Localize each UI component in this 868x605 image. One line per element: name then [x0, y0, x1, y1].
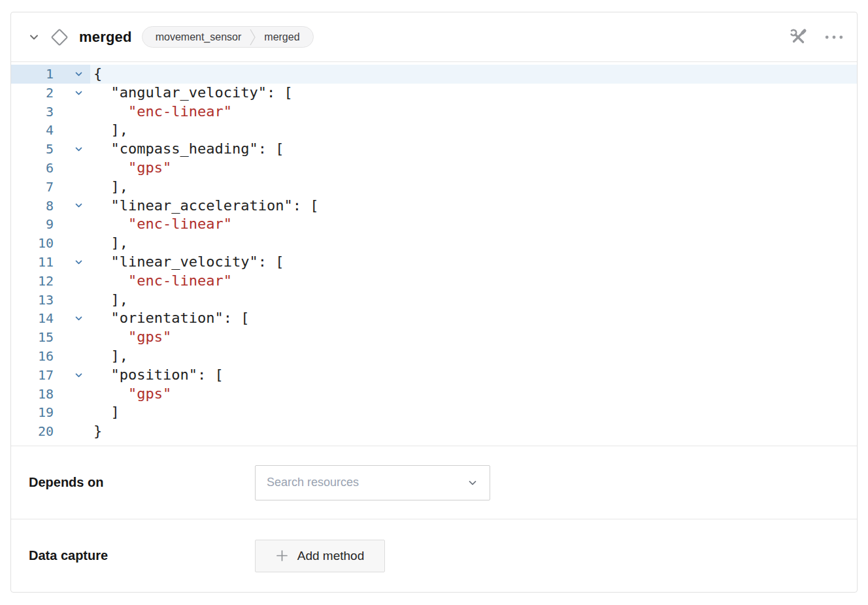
add-method-label: Add method: [297, 549, 364, 563]
code-line[interactable]: 1{: [11, 65, 857, 84]
code-text: ],: [90, 347, 128, 366]
code-text: "compass_heading": [: [90, 140, 284, 159]
editor-gutter: 1: [11, 65, 90, 84]
code-text: "gps": [90, 159, 171, 178]
tools-button[interactable]: [788, 27, 808, 47]
code-line[interactable]: 5 "compass_heading": [: [11, 140, 857, 159]
editor-gutter: 3: [11, 103, 90, 122]
diamond-component-icon: [49, 27, 70, 48]
line-number: 19: [11, 403, 54, 422]
fold-chevron-icon[interactable]: [75, 145, 83, 154]
component-card-header: merged movement_sensor merged: [11, 12, 857, 62]
fold-chevron-icon[interactable]: [75, 371, 83, 380]
editor-gutter: 16: [11, 347, 90, 366]
code-line[interactable]: 15 "gps": [11, 328, 857, 347]
fold-chevron-icon[interactable]: [75, 258, 83, 267]
fold-spacer: [54, 103, 90, 122]
editor-gutter: 7: [11, 178, 90, 197]
editor-gutter: 2: [11, 84, 90, 103]
code-line[interactable]: 19 ]: [11, 403, 857, 422]
editor-gutter: 11: [11, 253, 90, 272]
line-number: 6: [11, 159, 54, 178]
breadcrumb: movement_sensor merged: [142, 26, 314, 48]
more-menu-button[interactable]: [825, 35, 843, 39]
code-line[interactable]: 17 "position": [: [11, 366, 857, 385]
editor-gutter: 13: [11, 291, 90, 310]
line-number: 18: [11, 385, 54, 404]
component-name-title: merged: [79, 29, 132, 46]
line-number: 4: [11, 121, 54, 140]
code-line[interactable]: 18 "gps": [11, 385, 857, 404]
plus-icon: [276, 549, 288, 562]
code-line[interactable]: 10 ],: [11, 234, 857, 253]
editor-gutter: 12: [11, 272, 90, 291]
editor-gutter: 9: [11, 215, 90, 234]
fold-spacer: [54, 403, 90, 422]
line-number: 14: [11, 309, 54, 328]
fold-spacer: [54, 385, 90, 404]
depends-on-label: Depends on: [29, 475, 255, 490]
line-number: 12: [11, 272, 54, 291]
line-number: 16: [11, 347, 54, 366]
chevron-down-icon: [27, 31, 41, 44]
editor-gutter: 10: [11, 234, 90, 253]
fold-chevron-icon[interactable]: [75, 70, 83, 78]
fold-spacer: [54, 272, 90, 291]
code-text: "gps": [90, 385, 171, 404]
fold-spacer: [54, 234, 90, 253]
code-line[interactable]: 12 "enc-linear": [11, 272, 857, 291]
code-line[interactable]: 20}: [11, 422, 857, 441]
ellipsis-icon: [825, 35, 843, 39]
code-line[interactable]: 14 "orientation": [: [11, 309, 857, 328]
fold-spacer: [54, 178, 90, 197]
code-line[interactable]: 2 "angular_velocity": [: [11, 84, 857, 103]
line-number: 11: [11, 253, 54, 272]
code-text: "angular_velocity": [: [90, 84, 293, 103]
fold-spacer: [54, 422, 90, 441]
tools-icon: [788, 27, 808, 47]
add-method-button[interactable]: Add method: [255, 540, 385, 572]
code-text: "orientation": [: [90, 309, 249, 328]
line-number: 9: [11, 215, 54, 234]
code-text: "enc-linear": [90, 215, 232, 234]
code-line[interactable]: 6 "gps": [11, 159, 857, 178]
editor-gutter: 18: [11, 385, 90, 404]
code-line[interactable]: 11 "linear_velocity": [: [11, 253, 857, 272]
data-capture-label: Data capture: [29, 548, 255, 563]
fold-chevron-icon[interactable]: [75, 89, 83, 97]
line-number: 3: [11, 103, 54, 122]
editor-gutter: 17: [11, 366, 90, 385]
code-text: "linear_velocity": [: [90, 253, 284, 272]
code-text: }: [90, 422, 102, 441]
code-line[interactable]: 8 "linear_acceleration": [: [11, 197, 857, 216]
code-text: ]: [90, 403, 120, 422]
line-number: 20: [11, 422, 54, 441]
line-number: 8: [11, 197, 54, 216]
breadcrumb-separator-icon: [250, 28, 256, 46]
line-number: 2: [11, 84, 54, 103]
code-line[interactable]: 7 ],: [11, 178, 857, 197]
code-line[interactable]: 9 "enc-linear": [11, 215, 857, 234]
fold-chevron-icon[interactable]: [75, 314, 83, 323]
line-number: 7: [11, 178, 54, 197]
line-number: 10: [11, 234, 54, 253]
breadcrumb-type: movement_sensor: [156, 31, 242, 43]
depends-on-select[interactable]: Search resources: [255, 465, 490, 500]
editor-gutter: 19: [11, 403, 90, 422]
code-text: ],: [90, 234, 128, 253]
collapse-toggle-button[interactable]: [27, 31, 41, 44]
fold-spacer: [54, 347, 90, 366]
json-config-editor[interactable]: 1{2 "angular_velocity": [3 "enc-linear"4…: [11, 62, 857, 446]
code-line[interactable]: 16 ],: [11, 347, 857, 366]
code-text: "enc-linear": [90, 103, 232, 122]
depends-on-section: Depends on Search resources: [11, 446, 857, 519]
editor-gutter: 8: [11, 197, 90, 216]
fold-chevron-icon[interactable]: [75, 201, 83, 210]
code-line[interactable]: 4 ],: [11, 121, 857, 140]
editor-gutter: 15: [11, 328, 90, 347]
code-text: "enc-linear": [90, 272, 232, 291]
fold-spacer: [54, 291, 90, 310]
code-line[interactable]: 13 ],: [11, 291, 857, 310]
code-text: "linear_acceleration": [: [90, 197, 318, 216]
code-line[interactable]: 3 "enc-linear": [11, 103, 857, 122]
